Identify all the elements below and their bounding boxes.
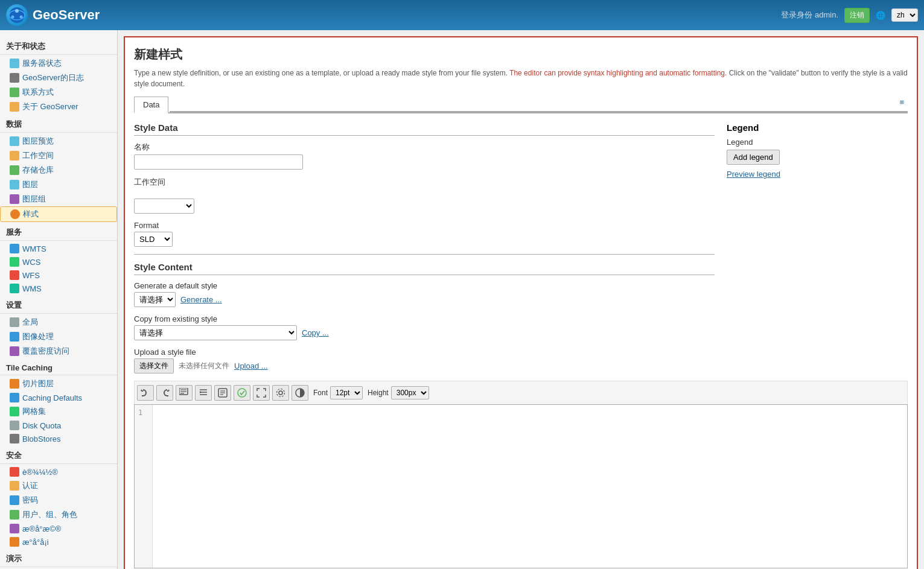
logout-button[interactable]: 注销 [844,8,870,23]
workspace-group: 工作空间 [134,177,715,214]
preview-legend-link[interactable]: Preview legend [727,170,780,179]
height-label: Height [368,389,389,397]
generate-label: Generate a default style [134,281,715,290]
sidebar-item-style[interactable]: 样式 [0,206,117,222]
img-icon [10,332,19,342]
globe-icon: 🌐 [876,11,885,20]
tab-corner-icon[interactable]: ≡ [896,97,908,112]
wfs-icon [10,270,19,280]
upload-label: Upload a style file [134,348,715,357]
sidebar-section-services: 服务 [0,222,117,241]
find-button[interactable] [176,385,193,401]
line-numbers: 1 [135,405,153,568]
sidebar-item-contact[interactable]: 联系方式 [0,85,117,100]
page-title: 新建样式 [134,46,908,63]
upload-row: 选择文件 未选择任何文件 Upload ... [134,358,715,374]
fullscreen-button[interactable] [253,385,270,401]
add-legend-button[interactable]: Add legend [727,150,780,165]
form-left: Style Data 名称 工作空间 Format [134,122,715,381]
workspace-label: 工作空间 [134,177,715,188]
service-icon [10,524,19,533]
sidebar-item-image-processing[interactable]: 图像处理 [0,329,117,344]
format-button[interactable] [214,385,231,401]
sidebar-item-tile-layers[interactable]: 切片图层 [0,377,117,391]
sidebar-item-wfs[interactable]: WFS [0,269,117,282]
sidebar-item-users[interactable]: 用户、组、角色 [0,507,117,522]
authz-icon [10,481,19,491]
name-input[interactable] [134,154,303,170]
generate-link-button[interactable]: Generate ... [180,295,222,304]
logo: GeoServer [6,4,100,26]
sidebar-item-wmts[interactable]: WMTS [0,242,117,255]
generate-row: 请选择 Generate ... [134,292,715,307]
tab-data[interactable]: Data [134,97,168,113]
font-select[interactable]: 12pt 10pt 14pt [330,386,363,399]
sidebar-item-blobstores[interactable]: BlobStores [0,432,117,445]
sidebar-item-service-access[interactable]: æ®å°æ©® [0,522,117,535]
language-select[interactable]: zh en [891,8,918,22]
choose-file-button[interactable]: 选择文件 [134,358,174,374]
copy-link-button[interactable]: Copy ... [302,328,329,337]
copy-label: Copy from existing style [134,314,715,323]
sidebar-item-data-access[interactable]: æ°å°å¡i [0,535,117,548]
redo-button[interactable] [156,385,173,401]
disk-icon [10,421,19,430]
sidebar-item-wms[interactable]: WMS [0,282,117,295]
sidebar-item-store[interactable]: 存储仓库 [0,163,117,177]
sidebar-item-auth-settings[interactable]: è®¾¼½® [0,465,117,478]
upload-group: Upload a style file 选择文件 未选择任何文件 Upload … [134,348,715,374]
form-two-col: Style Data 名称 工作空间 Format [134,122,908,381]
sidebar-item-server-status[interactable]: 服务器状态 [0,56,117,71]
generate-select[interactable]: 请选择 [134,292,176,307]
code-textarea[interactable] [153,405,907,568]
sidebar-item-gridsets[interactable]: 网格集 [0,404,117,419]
password-icon [10,495,19,505]
about-icon [10,102,19,112]
logo-icon [6,4,28,26]
font-label: Font [313,389,328,397]
contact-icon [10,87,19,97]
sidebar-item-layergroup[interactable]: 图层组 [0,192,117,206]
sidebar-item-log[interactable]: GeoServer的日志 [0,71,117,85]
sidebar-item-caching-defaults[interactable]: Caching Defaults [0,391,117,404]
wmts-icon [10,244,19,253]
sidebar-item-password[interactable]: 密码 [0,493,117,507]
copy-group: Copy from existing style 请选择 Copy ... [134,314,715,340]
theme-button[interactable] [292,385,308,401]
svg-point-4 [20,16,23,19]
header-right: 登录身份 admin. 注销 🌐 zh en [781,8,918,23]
copy-select[interactable]: 请选择 [134,325,297,340]
legend-title: Legend [727,122,908,133]
name-label: 名称 [134,142,715,153]
settings-button[interactable] [272,385,289,401]
sidebar-item-coverage-access[interactable]: 覆盖密度访问 [0,344,117,358]
undo-button[interactable] [137,385,154,401]
validate-xml-button[interactable] [234,385,250,401]
wms-icon [10,284,19,293]
style-content-title: Style Content [134,262,715,275]
format-label: Format [134,221,715,230]
caching-icon [10,393,19,402]
format-select[interactable]: SLD CSS YSLD [134,232,173,247]
sidebar-item-disk-quota[interactable]: Disk Quota [0,419,117,432]
sidebar-item-workspace[interactable]: 工作空间 [0,148,117,163]
indent-button[interactable] [195,385,212,401]
upload-link-button[interactable]: Upload ... [234,361,268,370]
height-select[interactable]: 300px 200px 400px [391,386,429,399]
sidebar-item-global[interactable]: 全局 [0,315,117,329]
sidebar-item-authz[interactable]: 认证 [0,478,117,493]
sidebar-item-layer-preview[interactable]: 图层预览 [0,134,117,148]
sidebar-item-wcs[interactable]: WCS [0,255,117,269]
editor-toolbar: Font 12pt 10pt 14pt Height 300px 200px 4… [134,381,908,404]
login-info: 登录身份 admin. [781,10,838,21]
layer-icon [10,180,19,189]
legend-label: Legend [727,138,908,147]
sidebar: 关于和状态 服务器状态 GeoServer的日志 联系方式 关于 GeoServ… [0,30,118,569]
tile-icon [10,379,19,389]
sidebar-item-layer[interactable]: 图层 [0,177,117,192]
svg-point-17 [279,391,282,395]
workspace-select[interactable] [134,199,194,214]
svg-point-2 [15,9,19,13]
sidebar-item-about[interactable]: 关于 GeoServer [0,100,117,114]
preview-icon [10,136,19,146]
